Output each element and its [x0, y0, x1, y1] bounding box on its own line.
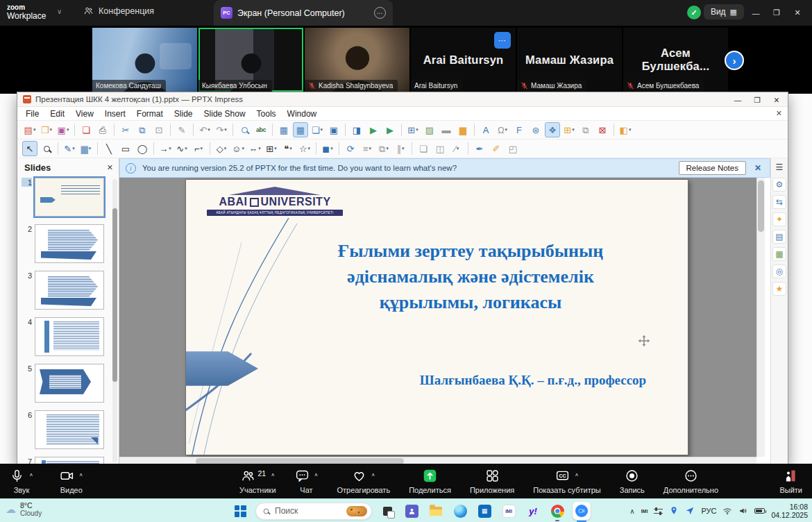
slide-thumbnail-1[interactable] [35, 178, 104, 217]
captions-button[interactable]: ∧ Показать субтитры [533, 469, 601, 494]
slide-thumbnail-3[interactable] [35, 271, 104, 310]
menu-slide-show[interactable]: Slide Show [198, 108, 251, 120]
paste-icon[interactable]: ⊡ [151, 122, 167, 137]
taskbar-search[interactable]: Поиск [255, 503, 372, 520]
connector-icon[interactable]: ⌐ ▾ [191, 141, 206, 156]
insert-table-icon[interactable]: ⊞ ▾ [405, 122, 421, 137]
name-tile-mamash[interactable]: Мамаш Жазира Мамаш Жазира [517, 28, 622, 92]
taskbar-clock[interactable]: 16:08 04.12.2025 [771, 503, 808, 519]
slides-panel-close-icon[interactable]: ✕ [107, 163, 113, 172]
impress-close-button[interactable]: ✕ [767, 96, 786, 104]
print-icon[interactable]: ⎙ [95, 122, 110, 137]
next-participants-page-button[interactable]: › [725, 51, 744, 70]
tab-conference[interactable]: Конференция [83, 6, 154, 16]
volume-icon[interactable] [738, 506, 748, 516]
hyperlink-icon[interactable]: ⊛ [528, 122, 543, 137]
sidebar-properties-icon[interactable]: ⚙ [772, 178, 786, 192]
menu-edit[interactable]: Edit [44, 108, 70, 120]
release-notes-button[interactable]: Release Notes [679, 161, 746, 175]
slide-thumbnail-4[interactable] [35, 317, 104, 356]
start-button[interactable] [231, 502, 249, 520]
ellipse-icon[interactable]: ◯ [135, 141, 150, 156]
tray-location-pin-icon[interactable] [669, 506, 679, 516]
reactions-button[interactable]: ∧ Отреагировать [337, 469, 390, 494]
chrome-browser-button[interactable] [548, 502, 566, 520]
start-current-slide-icon[interactable]: ▶ [382, 122, 398, 137]
menu-window[interactable]: Window [282, 108, 323, 120]
rotate-icon[interactable]: ⟳ [343, 141, 358, 156]
block-arrows-icon[interactable]: ⇔ ▾ [247, 141, 262, 156]
vertical-scrollbar[interactable] [756, 178, 765, 457]
3d-objects-icon[interactable]: ◼ ▾ [320, 141, 335, 156]
undo-icon[interactable]: ↶ ▾ [197, 122, 212, 137]
zoom-icon[interactable] [39, 141, 54, 156]
maximize-button[interactable]: ❐ [766, 8, 787, 17]
slides-panel-scrollbar[interactable] [112, 179, 117, 462]
start-slideshow-icon[interactable]: ▶ [366, 122, 381, 137]
file-explorer-button[interactable] [427, 502, 445, 520]
tray-hidden-icons-chevron[interactable]: ∧ [629, 507, 634, 515]
sidebar-transition-icon[interactable]: ⇆ [772, 195, 786, 209]
taskbar-weather-widget[interactable]: ☁ 8°C Cloudy [6, 501, 42, 518]
insert-chart-icon[interactable]: ▆ [455, 122, 471, 137]
chevron-up-icon[interactable]: ∧ [271, 471, 275, 477]
tray-imi-icon[interactable]: IMI [641, 509, 648, 514]
slide-layout-icon[interactable]: ◧ ▾ [618, 122, 633, 137]
chevron-up-icon[interactable]: ∧ [79, 471, 83, 477]
crop-icon[interactable]: ◫ [432, 141, 448, 156]
new-slide-icon[interactable]: ⊞ ▾ [561, 122, 577, 137]
insert-media-icon[interactable]: ▬ [439, 122, 454, 137]
view-button[interactable]: Вид ▦ [704, 4, 744, 19]
copy-icon[interactable]: ⧉ [135, 122, 150, 137]
redo-icon[interactable]: ↷ ▾ [214, 122, 229, 137]
chevron-up-icon[interactable]: ∧ [314, 471, 319, 477]
save-icon[interactable]: ▣ ▾ [56, 122, 71, 137]
fontwork-icon[interactable]: F [511, 122, 527, 137]
shadow-icon[interactable]: ❏ [416, 141, 431, 156]
delete-slide-icon[interactable]: ⊠ [595, 122, 610, 137]
slide-editing-area[interactable]: ABAI UNIVERSITY АБАЙ АТЫНДАҒЫ ҚАЗАҚ ҰЛТТ… [185, 179, 688, 455]
tab-screen-share[interactable]: PC Экран (Personal Computer) ⋯ [214, 0, 393, 26]
symbol-shapes-icon[interactable]: ☺ ▾ [230, 141, 246, 156]
apps-button[interactable]: Приложения [470, 469, 514, 494]
microsoft-store-button[interactable]: ▦ [475, 502, 493, 520]
tab-more-options-icon[interactable]: ⋯ [374, 7, 386, 19]
arrange-icon[interactable]: ⧉ ▾ [376, 141, 391, 156]
yahoo-app-button[interactable]: y! [524, 502, 542, 520]
slide-thumbnail-2[interactable] [35, 224, 104, 263]
video-button[interactable]: ∧ Видео [60, 469, 83, 494]
distribute-icon[interactable]: ∥ ▾ [393, 141, 408, 156]
video-tile-komekova[interactable]: Комекова Сандугаш [92, 28, 197, 92]
insert-shapes-icon[interactable]: ❖ [545, 122, 560, 137]
cut-icon[interactable]: ✂ [118, 122, 133, 137]
edit-points-icon[interactable]: ✒ [472, 141, 487, 156]
video-tile-kadisha[interactable]: Kadisha Shalgynbayeva [305, 28, 409, 92]
sidebar-gallery-icon[interactable]: ▦ [772, 247, 786, 261]
duplicate-slide-icon[interactable]: ⧉ [578, 122, 593, 137]
snap-grid-icon[interactable]: ▦ [293, 122, 308, 137]
select-icon[interactable]: ↖ [22, 141, 37, 156]
close-document-icon[interactable]: ✕ [776, 109, 782, 118]
more-button[interactable]: Дополнительно [663, 469, 718, 494]
close-button[interactable]: ✕ [787, 8, 808, 17]
basic-shapes-icon[interactable]: ◇ ▾ [214, 141, 229, 156]
rectangle-icon[interactable]: ▭ [118, 141, 133, 156]
wifi-icon[interactable] [722, 506, 732, 516]
flowchart-icon[interactable]: ⊞ ▾ [264, 141, 279, 156]
name-tile-asem[interactable]: Асем Булшекба... Асем Булшекбаева [623, 28, 728, 92]
language-indicator[interactable]: РУС [701, 507, 716, 515]
menu-file[interactable]: File [20, 108, 44, 120]
display-grid-icon[interactable]: ▦ [276, 122, 291, 137]
fill-color-icon[interactable]: ▆ ▾ [78, 141, 94, 156]
special-character-icon[interactable]: Ω ▾ [495, 122, 510, 137]
menu-format[interactable]: Format [131, 108, 169, 120]
chat-button[interactable]: ∧ Чат [295, 469, 319, 494]
find-replace-icon[interactable] [237, 122, 252, 137]
new-presentation-icon[interactable]: ▤ ▾ [22, 122, 37, 137]
slide-thumbnail-6[interactable] [35, 410, 104, 449]
align-icon[interactable]: ≡ ▾ [360, 141, 375, 156]
tray-mixer-icon[interactable] [654, 507, 663, 515]
curve-icon[interactable]: ∿ ▾ [174, 141, 189, 156]
record-button[interactable]: Запись [620, 469, 645, 494]
glue-points-icon[interactable]: ✐ [489, 141, 504, 156]
